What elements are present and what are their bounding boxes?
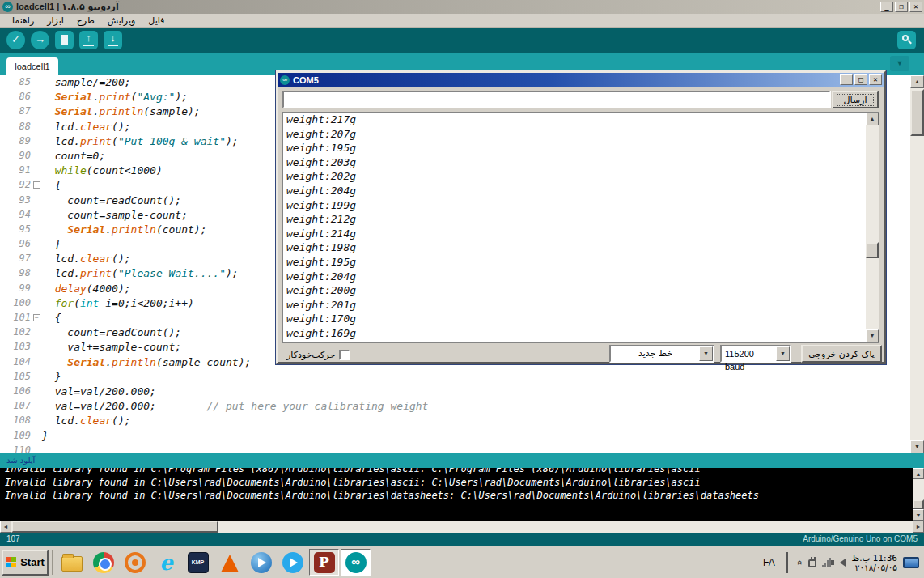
taskbar-internet-explorer-button[interactable]: e <box>151 549 181 576</box>
show-hidden-icons-icon[interactable]: « <box>795 559 805 564</box>
editor-line: 107 val=val/200.000; // put here your ca… <box>0 399 910 414</box>
serial-output-area[interactable]: weight:217gweight:207gweight:195gweight:… <box>282 112 879 343</box>
code-segment: count=readCount(); <box>42 326 181 338</box>
chevron-down-icon[interactable]: ▼ <box>699 346 713 361</box>
scroll-down-icon[interactable]: ▼ <box>866 329 879 342</box>
minimize-button[interactable]: _ <box>840 74 853 85</box>
language-indicator[interactable]: FA <box>755 552 782 573</box>
code-text: } <box>42 237 61 252</box>
close-button[interactable]: ✕ <box>869 74 882 85</box>
line-number-gutter: 85 <box>0 75 42 90</box>
clock[interactable]: 11:36 ب.ظ ۲۰۱۸/۰۵/۰۵ <box>851 553 897 572</box>
autoscroll-control[interactable]: حرکت‌خودکار <box>286 350 350 360</box>
menu-help[interactable]: راهنما <box>6 15 40 27</box>
network-signal-icon[interactable] <box>822 558 831 567</box>
taskbar-telegram-button[interactable] <box>278 549 307 576</box>
code-text: delay(4000); <box>42 282 131 296</box>
start-button[interactable]: Start <box>2 550 49 576</box>
scroll-up-icon[interactable]: ▲ <box>913 468 924 479</box>
scroll-down-icon[interactable]: ▼ <box>913 509 924 521</box>
menu-file[interactable]: فایل <box>142 15 170 27</box>
fold-marker-icon[interactable]: − <box>33 181 40 189</box>
chevron-down-icon[interactable]: ▼ <box>776 346 790 361</box>
send-button[interactable]: ارسال <box>832 91 879 108</box>
menu-edit[interactable]: ویرایش <box>102 15 142 27</box>
horizontal-scroll-thumb[interactable] <box>11 521 218 533</box>
maximize-button[interactable]: □ <box>854 74 867 85</box>
verify-button[interactable]: ✓ <box>6 31 25 49</box>
minimize-button[interactable]: _ <box>880 2 893 12</box>
editor-vertical-scrollbar[interactable]: ▲ ▼ <box>910 75 924 453</box>
psiphon-icon: P <box>314 552 335 573</box>
serial-monitor-titlebar[interactable]: ∞ COM5 _ □ ✕ <box>278 73 884 87</box>
vlc-icon <box>221 555 239 572</box>
line-number-gutter: 100 <box>0 296 42 311</box>
scroll-up-icon[interactable]: ▲ <box>866 113 879 125</box>
swirl-app-icon <box>125 552 146 573</box>
taskbar-swirl-app-button[interactable] <box>120 549 150 576</box>
line-number-gutter: 101− <box>0 311 42 325</box>
serial-monitor-button[interactable] <box>897 31 916 49</box>
serial-output-line: weight:195g <box>283 255 879 270</box>
scroll-right-icon[interactable]: ► <box>913 521 924 533</box>
code-text: Serial.print("Avg:"); <box>42 90 188 104</box>
line-number: 94 <box>19 209 31 220</box>
taskbar-arduino-button[interactable]: ∞ <box>341 549 371 576</box>
display-tray-icon[interactable] <box>903 557 919 568</box>
taskbar-chrome-button[interactable] <box>88 549 118 576</box>
code-segment: delay <box>55 283 87 295</box>
serial-send-input[interactable] <box>282 91 831 108</box>
menu-tools[interactable]: ابزار <box>41 15 70 27</box>
taskbar-kmplayer-button[interactable]: KMP <box>183 549 213 576</box>
chrome-icon <box>93 552 114 573</box>
code-segment: sample/=200; <box>42 76 131 88</box>
new-sketch-button[interactable] <box>55 31 74 49</box>
code-text: } <box>42 370 61 385</box>
clear-output-button[interactable]: پاک کردن خروجی <box>801 345 882 363</box>
taskbar-file-explorer-button[interactable] <box>57 549 87 576</box>
serial-scroll-thumb[interactable] <box>866 242 879 258</box>
line-number-gutter: 106 <box>0 385 42 399</box>
open-sketch-button[interactable]: ↑ <box>79 31 98 49</box>
save-sketch-icon: ↓ <box>104 31 122 49</box>
tab-list-dropdown-button[interactable]: ▼ <box>890 56 909 71</box>
code-text: count=sample-count; <box>42 208 188 223</box>
editor-scroll-thumb[interactable] <box>910 89 924 136</box>
taskbar-vlc-button[interactable] <box>214 549 244 576</box>
scroll-left-icon[interactable]: ◄ <box>0 521 11 533</box>
line-ending-select[interactable]: خط جدید ▼ <box>609 345 714 363</box>
code-segment: (4000); <box>87 283 131 295</box>
baud-rate-select[interactable]: 115200 baud ▼ <box>720 345 791 363</box>
safely-remove-hardware-icon[interactable] <box>808 559 816 567</box>
internet-explorer-icon: e <box>156 552 177 573</box>
scroll-down-icon[interactable]: ▼ <box>910 440 924 453</box>
serial-output-line: weight:201g <box>283 298 879 312</box>
line-number: 89 <box>19 135 31 147</box>
volume-icon[interactable] <box>840 559 846 567</box>
verify-icon: ✓ <box>6 31 25 49</box>
taskbar-media-player-button[interactable] <box>246 549 276 576</box>
code-segment: (); <box>112 253 130 265</box>
line-number: 93 <box>19 194 31 206</box>
menu-sketch[interactable]: طرح <box>71 15 100 27</box>
window-title: loadcell1 | آردوینو ۱.۸.۵ <box>16 2 119 12</box>
console-scroll-thumb[interactable] <box>913 499 924 509</box>
taskbar-psiphon-button[interactable]: P <box>309 549 339 576</box>
serial-output-line: weight:169g <box>283 326 879 341</box>
windows-logo-icon <box>6 557 17 567</box>
console-vertical-scrollbar[interactable]: ▲ ▼ <box>913 468 924 521</box>
code-segment: println <box>99 105 143 117</box>
scroll-up-icon[interactable]: ▲ <box>910 75 924 88</box>
code-text: val+=sample-count; <box>42 340 181 355</box>
fold-marker-icon[interactable]: − <box>33 314 40 321</box>
horizontal-scrollbar[interactable]: ◄ ► <box>0 521 924 533</box>
restore-button[interactable]: ❐ <box>895 2 908 12</box>
code-segment: lcd. <box>42 121 80 133</box>
tab-loadcell1[interactable]: loadcell1 <box>6 57 58 75</box>
taskbar-divider <box>52 550 53 575</box>
close-button[interactable]: ✕ <box>909 2 922 12</box>
autoscroll-checkbox[interactable] <box>339 350 350 360</box>
serial-vertical-scrollbar[interactable]: ▲ ▼ <box>866 113 879 342</box>
upload-button[interactable]: → <box>31 31 49 49</box>
save-sketch-button[interactable]: ↓ <box>104 31 122 49</box>
